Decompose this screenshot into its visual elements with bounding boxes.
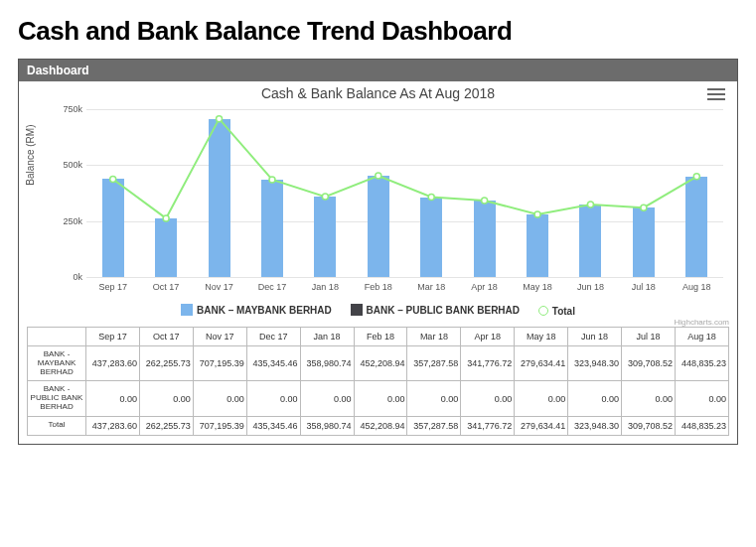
cell: 262,255.73 — [139, 346, 193, 381]
y-axis-label: Balance (RM) — [25, 125, 36, 186]
cell: 707,195.39 — [193, 416, 246, 435]
row-header: BANK - PUBLIC BANK BERHAD — [28, 381, 86, 416]
col-header: Jan 18 — [300, 328, 354, 346]
cell: 323,948.30 — [568, 416, 622, 435]
svg-point-0 — [110, 176, 116, 182]
cell: 262,255.73 — [139, 416, 193, 435]
row-header: BANK - MAYBANK BERHAD — [28, 346, 86, 381]
col-header: Jun 18 — [568, 328, 622, 346]
cell: 357,287.58 — [407, 416, 461, 435]
x-tick: Sep 17 — [98, 282, 127, 292]
cell: 448,835.23 — [675, 346, 728, 381]
svg-point-11 — [693, 174, 699, 180]
x-tick: Feb 18 — [365, 282, 392, 292]
cell: 309,708.52 — [622, 346, 676, 381]
cell: 0.00 — [193, 381, 246, 416]
x-tick: Nov 17 — [205, 282, 233, 292]
chart-credit[interactable]: Highcharts.com — [27, 318, 729, 327]
cell: 452,208.94 — [354, 416, 407, 435]
cell: 323,948.30 — [568, 346, 622, 381]
legend-item-publicbank[interactable]: BANK – PUBLIC BANK BERHAD — [351, 304, 520, 316]
panel-header: Dashboard — [19, 60, 737, 81]
col-header: Dec 17 — [246, 328, 300, 346]
cell: 358,980.74 — [300, 346, 354, 381]
cell: 0.00 — [568, 381, 622, 416]
col-header: Nov 17 — [193, 328, 246, 346]
x-tick: Oct 17 — [153, 282, 180, 292]
x-tick: May 18 — [523, 282, 552, 292]
cell: 0.00 — [515, 381, 568, 416]
legend-item-maybank[interactable]: BANK – MAYBANK BERHAD — [181, 304, 332, 316]
x-tick: Aug 18 — [682, 282, 711, 292]
cell: 357,287.58 — [407, 346, 461, 381]
legend: BANK – MAYBANK BERHAD BANK – PUBLIC BANK… — [27, 304, 729, 318]
svg-point-7 — [482, 198, 488, 204]
chart-area: Balance (RM) 0k250k500k750k Sep 17Oct 17… — [27, 109, 729, 298]
cell: 448,835.23 — [675, 416, 728, 435]
col-header: Sep 17 — [86, 328, 140, 346]
col-header: May 18 — [515, 328, 568, 346]
col-header: Aug 18 — [675, 328, 728, 346]
cell: 435,345.46 — [246, 416, 300, 435]
cell: 707,195.39 — [193, 346, 246, 381]
x-tick: Jan 18 — [312, 282, 339, 292]
col-header: Jul 18 — [622, 328, 676, 346]
svg-point-9 — [587, 202, 593, 207]
cell: 0.00 — [86, 381, 140, 416]
dashboard-panel: Dashboard Cash & Bank Balance As At Aug … — [18, 59, 738, 445]
cell: 437,283.60 — [86, 346, 140, 381]
legend-item-total[interactable]: Total — [538, 306, 575, 317]
chart-menu-icon[interactable] — [707, 85, 725, 101]
y-tick: 250k — [45, 216, 82, 226]
cell: 0.00 — [300, 381, 354, 416]
svg-point-4 — [322, 194, 328, 200]
col-header: Feb 18 — [354, 328, 407, 346]
x-tick: Dec 17 — [258, 282, 287, 292]
svg-point-2 — [217, 116, 223, 122]
col-header: Oct 17 — [139, 328, 193, 346]
cell: 0.00 — [407, 381, 461, 416]
cell: 0.00 — [461, 381, 515, 416]
y-tick: 0k — [45, 272, 82, 282]
cell: 279,634.41 — [515, 416, 568, 435]
cell: 435,345.46 — [246, 346, 300, 381]
cell: 341,776.72 — [461, 346, 515, 381]
svg-point-8 — [534, 211, 540, 217]
svg-point-10 — [641, 205, 647, 210]
y-tick: 750k — [45, 104, 82, 114]
svg-point-3 — [269, 177, 275, 183]
page-title: Cash and Bank Balance Trend Dashboard — [18, 16, 738, 47]
svg-point-5 — [376, 173, 381, 179]
cell: 0.00 — [139, 381, 193, 416]
cell: 341,776.72 — [461, 416, 515, 435]
cell: 452,208.94 — [354, 346, 407, 381]
cell: 0.00 — [675, 381, 728, 416]
data-table: Sep 17Oct 17Nov 17Dec 17Jan 18Feb 18Mar … — [27, 327, 729, 436]
x-tick: Apr 18 — [471, 282, 498, 292]
table-corner — [28, 328, 86, 346]
row-header: Total — [28, 416, 86, 435]
col-header: Apr 18 — [461, 328, 515, 346]
col-header: Mar 18 — [407, 328, 461, 346]
cell: 0.00 — [246, 381, 300, 416]
cell: 309,708.52 — [622, 416, 676, 435]
svg-point-6 — [428, 194, 434, 200]
cell: 0.00 — [622, 381, 676, 416]
chart-title: Cash & Bank Balance As At Aug 2018 — [27, 85, 729, 101]
cell: 437,283.60 — [86, 416, 140, 435]
x-tick: Mar 18 — [417, 282, 445, 292]
svg-point-1 — [163, 215, 169, 221]
x-tick: Jun 18 — [577, 282, 604, 292]
cell: 279,634.41 — [515, 346, 568, 381]
x-tick: Jul 18 — [632, 282, 656, 292]
cell: 0.00 — [354, 381, 407, 416]
y-tick: 500k — [45, 160, 82, 170]
cell: 358,980.74 — [300, 416, 354, 435]
